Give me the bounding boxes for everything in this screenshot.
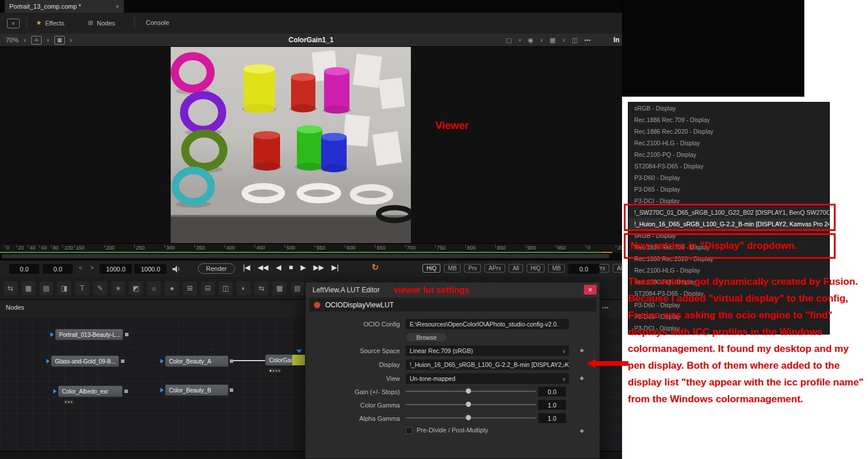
audio-icon[interactable]: [172, 265, 181, 273]
keyframe-diamond-icon[interactable]: ◆: [580, 347, 584, 353]
node-input-arrow[interactable]: [160, 359, 164, 363]
gain-slider[interactable]: [406, 387, 536, 396]
lut-icon[interactable]: ◉: [528, 36, 534, 44]
step-forward-arrow-icon[interactable]: >: [90, 264, 94, 271]
dialog-close-button[interactable]: ×: [584, 285, 597, 295]
fast-forward-button[interactable]: ▶▶: [314, 263, 324, 271]
node-view-indicator-icon[interactable]: [296, 350, 302, 353]
effects-button[interactable]: ★ Effects: [36, 19, 64, 27]
range-out-field[interactable]: 1000.0: [134, 264, 167, 274]
quality-button[interactable]: HiQ: [422, 264, 440, 273]
dialog-title-bar[interactable]: LeftView.A LUT Editor viewer lut setting…: [306, 282, 599, 298]
play-button[interactable]: ▶: [300, 263, 306, 271]
tool-icon[interactable]: ⊞: [183, 281, 197, 295]
tool-icon[interactable]: ⊟: [201, 281, 215, 295]
slider-knob[interactable]: [466, 388, 471, 394]
transport-value-field[interactable]: 0.0: [568, 264, 599, 274]
dropdown-option[interactable]: Rec.1886 Rec.709 - Display: [628, 114, 829, 126]
quality-button[interactable]: MB: [548, 264, 565, 273]
display-dropdown[interactable]: !_Huion_16_D65_sRGB_L100_G-2.2_B-min [DI…: [406, 359, 569, 370]
tool-icon[interactable]: ▦: [273, 281, 286, 295]
chevron-down-icon[interactable]: ∨: [518, 38, 521, 43]
tool-icon[interactable]: ◩: [129, 281, 143, 295]
timeline-ruler[interactable]: 0204060801001502002503003504004505005506…: [0, 243, 622, 253]
browse-button[interactable]: Browse: [406, 332, 447, 342]
render-button[interactable]: Render: [198, 263, 235, 274]
node-output-square[interactable]: [125, 333, 128, 336]
tool-icon[interactable]: ⇆: [3, 281, 17, 295]
tool-icon[interactable]: ✎: [93, 281, 107, 295]
aux-time-field[interactable]: 0.0: [43, 264, 73, 274]
color-gamma-value-field[interactable]: 1.0: [538, 400, 566, 410]
node-input-arrow[interactable]: [53, 389, 57, 394]
tool-icon[interactable]: ▤: [290, 281, 304, 295]
stop-button[interactable]: ■: [289, 263, 293, 271]
current-time-field[interactable]: 0.0: [9, 264, 39, 274]
tool-icon[interactable]: ◨: [57, 281, 71, 295]
graph-node[interactable]: Color_Albedo_exr: [58, 385, 123, 397]
tool-icon[interactable]: ◫: [219, 281, 233, 295]
node-input-arrow[interactable]: [160, 388, 164, 392]
viewer-menu-dots-icon[interactable]: •••: [584, 36, 591, 43]
tool-icon[interactable]: ∗: [111, 281, 125, 295]
source-space-dropdown[interactable]: Linear Rec.709 (sRGB) ∨: [406, 346, 569, 356]
nodes-panel-menu-icon[interactable]: •••: [602, 304, 609, 311]
quality-button[interactable]: MB: [444, 264, 461, 273]
dropdown-option[interactable]: P3-D65 - Display: [628, 183, 829, 195]
quality-button[interactable]: HiQ: [527, 264, 545, 273]
quality-button[interactable]: Prx: [464, 264, 481, 273]
dropdown-option[interactable]: P3-D60 - Display: [628, 172, 829, 183]
view-dropdown[interactable]: Un-tone-mapped ∨: [406, 373, 569, 384]
quality-button[interactable]: All: [613, 264, 622, 273]
tool-icon[interactable]: ⇆: [255, 281, 269, 295]
keyframe-diamond-icon[interactable]: ◆: [580, 375, 584, 381]
alpha-gamma-value-field[interactable]: 1.0: [538, 413, 566, 423]
dropdown-option[interactable]: Rec.2100-PQ - Display: [628, 149, 829, 160]
graph-node[interactable]: Color_Beauty_A: [165, 355, 229, 367]
dropdown-option[interactable]: ST2084-P3-D65 - Display: [628, 160, 829, 172]
inspector-tab-partial[interactable]: In: [613, 34, 620, 46]
predivide-checkbox[interactable]: [406, 427, 413, 434]
quality-button[interactable]: APrx: [484, 264, 505, 273]
tool-icon[interactable]: ▦: [21, 281, 35, 295]
graph-node[interactable]: Portrait_013-Beauty-L...: [55, 329, 123, 340]
zoom-level[interactable]: 70%: [6, 36, 19, 43]
step-back-arrow-icon[interactable]: <: [79, 264, 82, 271]
chevron-down-icon[interactable]: ∨: [23, 38, 27, 43]
quality-button[interactable]: All: [509, 264, 523, 273]
chevron-down-icon[interactable]: ∨: [562, 38, 565, 43]
loop-button[interactable]: ↻: [372, 262, 379, 273]
ocio-config-field[interactable]: E:\Resources\OpenColorIO\APhoto_studio-c…: [406, 319, 569, 329]
node-output-square[interactable]: [124, 390, 128, 393]
tool-icon[interactable]: T: [75, 281, 89, 295]
lut-node-row[interactable]: OCIODisplayViewLUT: [309, 299, 596, 311]
dropdown-option[interactable]: Rec.1886 Rec.2020 - Display: [628, 126, 829, 137]
fit-icon[interactable]: ▢: [506, 36, 512, 44]
go-to-start-button[interactable]: |◀: [243, 263, 250, 271]
gain-value-field[interactable]: 0.0: [538, 387, 566, 396]
tool-icon[interactable]: ●: [165, 281, 179, 295]
nodes-button[interactable]: ⊞ Nodes: [88, 19, 115, 27]
chevron-down-icon[interactable]: ∨: [46, 38, 50, 43]
panel-toggle-icon[interactable]: ∨: [7, 19, 20, 28]
slider-knob[interactable]: [466, 415, 471, 420]
tool-icon[interactable]: ▤: [39, 281, 53, 295]
dropdown-option[interactable]: sRGB - Display: [628, 102, 829, 114]
slider-knob[interactable]: [466, 402, 471, 407]
composition-tab[interactable]: Portrait_13_comp.comp * ×: [5, 0, 124, 13]
chevron-down-icon[interactable]: ∨: [540, 38, 543, 43]
keyframe-diamond-icon[interactable]: ◆: [580, 428, 584, 434]
play-reverse-button[interactable]: ◀: [276, 263, 281, 271]
console-button[interactable]: Console: [146, 19, 169, 26]
channel-a-button[interactable]: A: [31, 36, 42, 45]
node-output-square[interactable]: [121, 359, 124, 363]
node-output-square[interactable]: [230, 359, 233, 363]
split-view-icon[interactable]: ◫: [572, 36, 578, 44]
tab-close-icon[interactable]: ×: [116, 3, 119, 10]
node-input-arrow[interactable]: [50, 332, 54, 337]
go-to-end-button[interactable]: ▶|: [332, 263, 339, 271]
alpha-gamma-slider[interactable]: [406, 413, 536, 423]
graph-node[interactable]: Glass-and-Gold_09-B...: [51, 355, 119, 367]
lut-enabled-dot-icon[interactable]: [314, 302, 321, 309]
tool-icon[interactable]: ☼: [147, 281, 161, 295]
